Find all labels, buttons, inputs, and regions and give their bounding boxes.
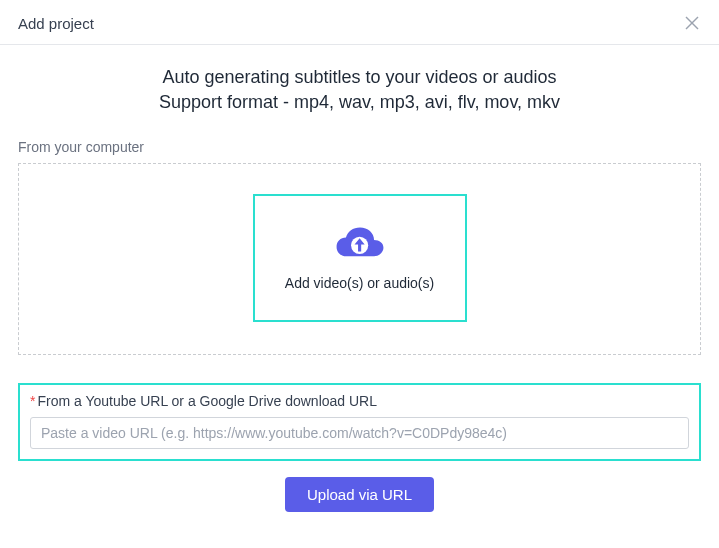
headline-line1: Auto generating subtitles to your videos…: [18, 67, 701, 88]
url-section-label: *From a Youtube URL or a Google Drive do…: [30, 393, 689, 409]
url-input[interactable]: [30, 417, 689, 449]
close-icon: [685, 16, 699, 30]
required-asterisk: *: [30, 393, 35, 409]
headline: Auto generating subtitles to your videos…: [18, 67, 701, 113]
url-section: *From a Youtube URL or a Google Drive do…: [18, 383, 701, 461]
url-label-text: From a Youtube URL or a Google Drive dow…: [37, 393, 377, 409]
upload-via-url-button[interactable]: Upload via URL: [285, 477, 434, 512]
button-row: Upload via URL: [18, 477, 701, 512]
upload-dropzone[interactable]: Add video(s) or audio(s): [253, 194, 467, 322]
dialog-body: Auto generating subtitles to your videos…: [0, 45, 719, 530]
dialog-title: Add project: [18, 15, 94, 32]
dropzone-container: Add video(s) or audio(s): [18, 163, 701, 355]
cloud-upload-icon: [335, 225, 385, 261]
from-computer-label: From your computer: [18, 139, 701, 155]
headline-line2: Support format - mp4, wav, mp3, avi, flv…: [18, 92, 701, 113]
upload-dropzone-text: Add video(s) or audio(s): [285, 275, 434, 291]
close-button[interactable]: [683, 14, 701, 32]
dialog-header: Add project: [0, 0, 719, 45]
